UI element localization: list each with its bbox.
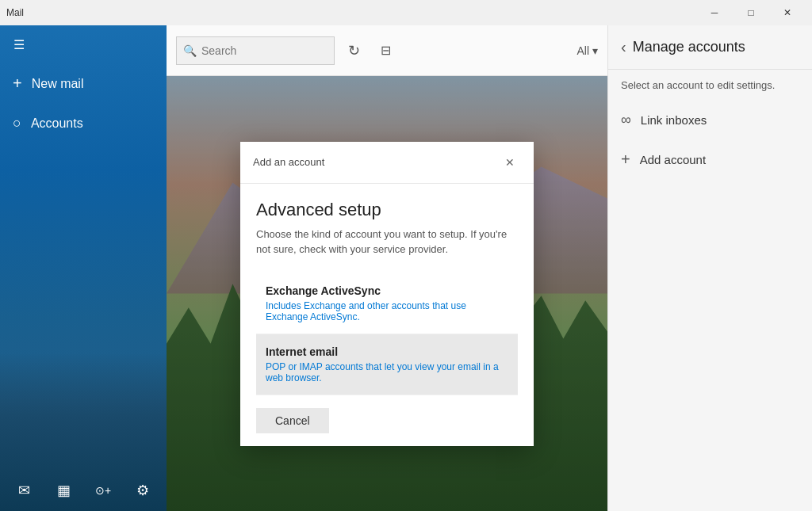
filter-button[interactable]: ⊟ <box>373 38 398 63</box>
back-button[interactable]: ‹ <box>621 38 626 56</box>
manage-accounts-title: Manage accounts <box>633 39 745 55</box>
accounts-icon: ○ <box>13 115 21 132</box>
search-box[interactable]: 🔍 <box>176 36 335 65</box>
internet-email-option[interactable]: Internet email POP or IMAP accounts that… <box>256 334 518 395</box>
calendar-icon: ▦ <box>57 482 71 499</box>
center-area: 🔍 ↻ ⊟ All ▾ Add an account <box>167 25 607 511</box>
modal-overlay: Add an account ✕ Advanced setup Choose t… <box>167 76 607 511</box>
manage-accounts-subtitle: Select an account to edit settings. <box>608 70 812 101</box>
modal-footer: Cancel <box>240 395 534 446</box>
title-bar-left: Mail <box>6 7 24 18</box>
add-account-item[interactable]: + Add account <box>608 139 812 180</box>
search-icon: 🔍 <box>183 44 197 57</box>
people-icon: ⊙+ <box>95 484 111 497</box>
maximize-button[interactable]: □ <box>733 0 769 25</box>
new-mail-plus-icon: + <box>13 74 22 93</box>
refresh-button[interactable]: ↻ <box>341 38 366 63</box>
mail-icon: ✉ <box>18 482 30 499</box>
modal-header-title: Add an account <box>253 156 324 168</box>
minimize-icon: ─ <box>711 7 718 18</box>
link-inboxes-label: Link inboxes <box>641 113 707 127</box>
exchange-activesync-title: Exchange ActiveSync <box>266 284 508 297</box>
toolbar: 🔍 ↻ ⊟ All ▾ <box>167 25 607 76</box>
new-mail-button[interactable]: + New mail <box>0 63 167 104</box>
settings-icon: ⚙ <box>136 482 149 499</box>
all-filter-label: All <box>576 44 589 57</box>
all-filter-dropdown[interactable]: All ▾ <box>576 44 598 57</box>
internet-email-desc: POP or IMAP accounts that let you view y… <box>266 361 508 383</box>
new-mail-label: New mail <box>32 77 84 91</box>
background-area: Add an account ✕ Advanced setup Choose t… <box>167 76 607 511</box>
mail-nav-icon[interactable]: ✉ <box>10 476 38 505</box>
app-title: Mail <box>6 7 24 18</box>
add-account-icon: + <box>621 151 630 169</box>
right-panel: ‹ Manage accounts Select an account to e… <box>607 25 812 511</box>
link-inboxes-item[interactable]: ∞ Link inboxes <box>608 101 812 139</box>
accounts-nav-item[interactable]: ○ Accounts <box>0 104 167 143</box>
hamburger-menu-button[interactable]: ☰ <box>0 25 38 63</box>
hamburger-icon: ☰ <box>13 37 25 52</box>
add-account-label: Add account <box>640 153 706 166</box>
modal-main-title: Advanced setup <box>256 200 518 220</box>
modal-body: Advanced setup Choose the kind of accoun… <box>240 184 534 395</box>
maximize-icon: □ <box>748 7 753 18</box>
calendar-nav-icon[interactable]: ▦ <box>49 476 78 505</box>
internet-email-title: Internet email <box>266 345 508 358</box>
people-nav-icon[interactable]: ⊙+ <box>89 476 117 505</box>
exchange-activesync-desc: Includes Exchange and other accounts tha… <box>266 300 508 322</box>
modal-header: Add an account ✕ <box>240 142 534 184</box>
close-button[interactable]: ✕ <box>769 0 806 25</box>
minimize-button[interactable]: ─ <box>696 0 733 25</box>
title-bar-controls: ─ □ ✕ <box>696 0 806 25</box>
close-icon: ✕ <box>783 7 791 18</box>
settings-nav-icon[interactable]: ⚙ <box>128 476 157 505</box>
accounts-label: Accounts <box>31 116 83 131</box>
sidebar: ☰ + New mail ○ Accounts ✉ ▦ ⊙+ ⚙ <box>0 25 167 511</box>
main-container: ☰ + New mail ○ Accounts ✉ ▦ ⊙+ ⚙ <box>0 25 812 511</box>
modal-description: Choose the kind of account you want to s… <box>256 227 518 257</box>
title-bar: Mail ─ □ ✕ <box>0 0 812 25</box>
modal-close-button[interactable]: ✕ <box>499 151 521 174</box>
sidebar-bottom: ✉ ▦ ⊙+ ⚙ <box>0 470 167 511</box>
search-input[interactable] <box>201 44 327 57</box>
cancel-button[interactable]: Cancel <box>256 408 329 433</box>
exchange-activesync-option[interactable]: Exchange ActiveSync Includes Exchange an… <box>256 273 518 334</box>
sidebar-content: ☰ + New mail ○ Accounts <box>0 25 167 470</box>
chevron-down-icon: ▾ <box>592 44 598 57</box>
link-inboxes-icon: ∞ <box>621 112 631 128</box>
add-account-modal: Add an account ✕ Advanced setup Choose t… <box>240 142 534 446</box>
close-icon: ✕ <box>505 156 515 169</box>
refresh-icon: ↻ <box>348 42 360 59</box>
filter-icon: ⊟ <box>381 43 391 58</box>
manage-accounts-header: ‹ Manage accounts <box>608 25 812 70</box>
